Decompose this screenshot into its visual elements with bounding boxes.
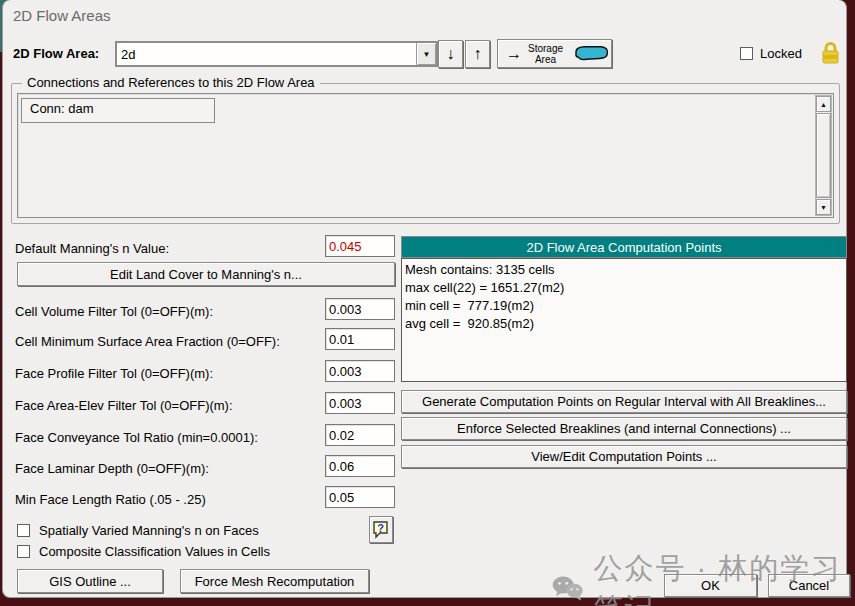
face-conveyance-label: Face Conveyance Tol Ratio (min=0.0001): (15, 430, 258, 445)
generate-computation-points-button[interactable]: Generate Computation Points on Regular I… (401, 390, 847, 413)
gis-outline-button[interactable]: GIS Outline ... (17, 569, 163, 593)
face-conveyance-input[interactable] (325, 424, 395, 446)
spatially-varied-manning-checkbox[interactable] (17, 524, 30, 537)
computation-points-header: 2D Flow Area Computation Points (401, 236, 847, 258)
min-face-length-input[interactable] (325, 486, 395, 508)
help-button[interactable]: ? (369, 516, 393, 543)
min-face-length-label: Min Face Length Ratio (.05 - .25) (15, 492, 206, 507)
triangle-up-icon: ▲ (820, 101, 827, 108)
mesh-info-box: Mesh contains: 3135 cells max cell(22) =… (401, 258, 847, 382)
cell-min-surface-label: Cell Minimum Surface Area Fraction (0=OF… (15, 334, 280, 349)
flow-area-label: 2D Flow Area: (13, 46, 99, 61)
storage-area-button-label: Storage Area (528, 43, 563, 65)
connections-group-title: Connections and References to this 2D Fl… (22, 75, 320, 90)
view-edit-computation-points-button[interactable]: View/Edit Computation Points ... (401, 445, 847, 468)
manning-input[interactable] (325, 235, 395, 257)
scrollbar-thumb[interactable] (816, 113, 831, 198)
face-laminar-depth-input[interactable] (325, 455, 395, 477)
svg-text:?: ? (377, 522, 384, 534)
chevron-down-icon: ▼ (423, 50, 431, 59)
cell-min-surface-input[interactable] (325, 328, 395, 350)
scroll-down-button[interactable]: ▼ (816, 199, 831, 215)
mesh-info-line: avg cell = 920.85(m2) (405, 315, 843, 333)
manning-label: Default Manning's n Value: (15, 241, 169, 256)
window-title: 2D Flow Areas (13, 7, 111, 24)
cancel-button[interactable]: Cancel (768, 574, 850, 597)
force-mesh-recomputation-button[interactable]: Force Mesh Recomputation (180, 569, 369, 593)
scroll-up-button[interactable]: ▲ (816, 96, 831, 112)
face-profile-filter-label: Face Profile Filter Tol (0=OFF)(m): (15, 366, 213, 381)
next-flow-area-button[interactable]: ↑ (465, 40, 490, 68)
help-icon: ? (372, 520, 390, 539)
wechat-icon (551, 572, 584, 606)
cell-volume-filter-input[interactable] (325, 298, 395, 320)
composite-classification-checkbox[interactable] (17, 545, 30, 558)
arrow-right-icon: → (506, 46, 522, 62)
ok-button[interactable]: OK (664, 574, 757, 597)
locked-checkbox[interactable] (740, 47, 753, 60)
enforce-breaklines-button[interactable]: Enforce Selected Breaklines (and interna… (401, 417, 847, 440)
connection-list-item[interactable]: Conn: dam (21, 98, 215, 123)
face-laminar-depth-label: Face Laminar Depth (0=OFF)(m): (15, 461, 209, 476)
composite-classification-label: Composite Classification Values in Cells (39, 544, 270, 559)
spatially-varied-manning-label: Spatially Varied Manning's n on Faces (39, 523, 259, 538)
edit-land-cover-button[interactable]: Edit Land Cover to Manning's n... (17, 262, 395, 286)
flow-area-combobox[interactable]: 2d ▼ (115, 41, 438, 67)
face-area-elev-filter-label: Face Area-Elev Filter Tol (0=OFF)(m): (15, 398, 233, 413)
2d-flow-areas-dialog: 2D Flow Areas 2D Flow Area: 2d ▼ ↓ ↑ → S… (2, 0, 847, 598)
mesh-info-line: max cell(22) = 1651.27(m2) (405, 279, 843, 297)
flow-area-value: 2d (117, 47, 416, 62)
triangle-down-icon: ▼ (820, 204, 827, 211)
arrow-up-icon: ↑ (474, 46, 482, 62)
mesh-info-line: min cell = 777.19(m2) (405, 297, 843, 315)
storage-area-icon (568, 43, 611, 64)
cell-volume-filter-label: Cell Volume Filter Tol (0=OFF)(m): (15, 304, 213, 319)
locked-label: Locked (760, 46, 802, 61)
face-profile-filter-input[interactable] (325, 360, 395, 382)
title-bar: 2D Flow Areas (3, 0, 846, 32)
lock-icon (820, 40, 841, 67)
convert-to-storage-area-button[interactable]: → Storage Area (497, 39, 612, 68)
mesh-info-line: Mesh contains: 3135 cells (405, 261, 843, 279)
combobox-dropdown-button[interactable]: ▼ (416, 43, 436, 65)
arrow-down-icon: ↓ (447, 46, 455, 62)
face-area-elev-filter-input[interactable] (325, 392, 395, 414)
previous-flow-area-button[interactable]: ↓ (438, 40, 463, 68)
connections-groupbox: Connections and References to this 2D Fl… (11, 83, 840, 224)
connections-list[interactable]: Conn: dam ▲ ▼ (17, 93, 834, 218)
connections-scrollbar[interactable]: ▲ ▼ (815, 95, 832, 216)
